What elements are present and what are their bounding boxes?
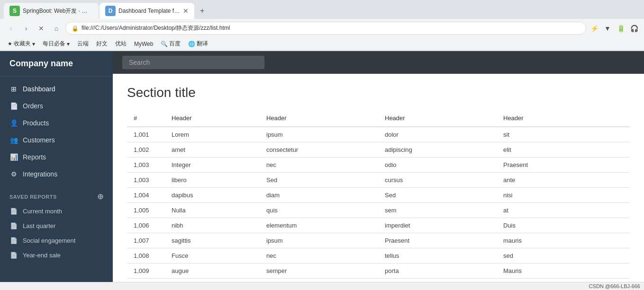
table-row: 1,002ametconsecteturadipiscingelit <box>127 142 630 158</box>
main-content: Section title # Header Header Header Hea… <box>113 74 644 282</box>
extension-icon-1[interactable]: ⚡ <box>589 23 599 34</box>
sidebar-item-products[interactable]: 👤 Products <box>0 114 113 132</box>
table-cell-col3: Sed <box>260 173 378 188</box>
bookmark-favorites[interactable]: ★ 收藏夹 ▾ <box>5 39 38 49</box>
tab-close-2[interactable]: ✕ <box>183 7 189 15</box>
saved-report-label-4: Year-end sale <box>23 252 61 259</box>
table-cell-col2: Fusce <box>165 248 260 264</box>
col-header-4: Header <box>378 110 497 127</box>
nav-reload-button[interactable]: ✕ <box>35 22 47 35</box>
table-cell-col2: Lorem <box>165 127 260 142</box>
orders-icon: 📄 <box>9 102 18 110</box>
bookmark-articles-label: 好文 <box>96 40 108 48</box>
table-row: 1,001Loremipsumdolorsit <box>127 127 630 142</box>
table-body: 1,001Loremipsumdolorsit1,002ametconsecte… <box>127 127 630 282</box>
bookmark-translate-icon: 🌐 <box>188 41 195 47</box>
sidebar-item-dashboard[interactable]: ⊞ Dashboard <box>0 80 113 97</box>
table-cell-col1: 1,007 <box>127 233 165 248</box>
table-cell-col2: nibh <box>165 218 260 233</box>
table-cell-col5: mauris <box>497 233 630 248</box>
search-input[interactable] <box>122 56 264 69</box>
nav-back-button[interactable]: ‹ <box>5 22 17 35</box>
saved-report-year-end-sale[interactable]: 📄 Year-end sale <box>0 248 113 263</box>
customers-icon: 👥 <box>9 136 18 144</box>
table-cell-col1: 1,006 <box>127 218 165 233</box>
nav-right-buttons: ⚡ ▼ 🔋 🎧 <box>589 23 639 34</box>
bookmark-articles[interactable]: 好文 <box>93 39 110 49</box>
bookmark-translate[interactable]: 🌐 翻译 <box>185 39 211 49</box>
bookmark-translate-label: 翻译 <box>197 40 208 48</box>
bookmark-baidu[interactable]: 🔍 百度 <box>158 39 183 49</box>
sidebar-item-customers[interactable]: 👥 Customers <box>0 132 113 149</box>
table-cell-col4: dolor <box>378 127 497 142</box>
table-cell-col4: Praesent <box>378 233 497 248</box>
statusbar: CSDN @666-LBJ-666 <box>0 282 644 290</box>
bookmark-sites[interactable]: 优站 <box>112 39 129 49</box>
bookmark-sites-label: 优站 <box>115 40 127 48</box>
table-cell-col4: imperdiet <box>378 218 497 233</box>
table-cell-col1: 1,010 <box>127 279 165 282</box>
table-cell-col5: sit <box>497 127 630 142</box>
table-cell-col4: cursus <box>378 173 497 188</box>
saved-reports-label: SAVED REPORTS <box>9 194 57 200</box>
browser-nav: ‹ › ✕ ⌂ 🔒 file:///C:/Users/Administrator… <box>0 19 644 37</box>
browser-tabs: S SpringBoot: Web开发 · 狂神... D Dashboard … <box>0 0 644 19</box>
table-cell-col5: Mauris <box>497 264 630 279</box>
reports-icon: 📊 <box>9 153 18 161</box>
table-cell-col1: 1,002 <box>127 142 165 158</box>
bookmark-baidu-label: 百度 <box>169 40 181 48</box>
sidebar-label-integrations: Integrations <box>23 170 57 178</box>
main-area: Section title # Header Header Header Hea… <box>113 51 644 282</box>
saved-report-current-month[interactable]: 📄 Current month <box>0 204 113 219</box>
nav-forward-button[interactable]: › <box>20 22 32 35</box>
report-doc-icon-4: 📄 <box>9 252 18 259</box>
table-cell-col4: sem <box>378 203 497 218</box>
sidebar-item-orders[interactable]: 📄 Orders <box>0 97 113 114</box>
bookmark-myweb-label: MyWeb <box>134 41 153 47</box>
sidebar-label-reports: Reports <box>23 153 46 161</box>
bookmark-daily[interactable]: 每日必备 ▾ <box>40 39 73 49</box>
headphone-icon[interactable]: 🎧 <box>629 23 639 34</box>
add-saved-report-button[interactable]: ⊕ <box>97 192 104 201</box>
table-cell-col5: nisi <box>497 188 630 203</box>
report-doc-icon-3: 📄 <box>9 237 18 244</box>
table-cell-col1: 1,005 <box>127 203 165 218</box>
table-cell-col4: porta <box>378 264 497 279</box>
saved-report-last-quarter[interactable]: 📄 Last quarter <box>0 219 113 233</box>
table-cell-col5: Duis <box>497 218 630 233</box>
sidebar-item-integrations[interactable]: ⚙ Integrations <box>0 166 113 183</box>
table-cell-col5: ante <box>497 173 630 188</box>
table-cell-col2: amet <box>165 142 260 158</box>
battery-icon: 🔋 <box>616 23 626 34</box>
sidebar-label-orders: Orders <box>23 102 43 110</box>
table-cell-col3: semper <box>260 264 378 279</box>
bookmark-myweb[interactable]: MyWeb <box>131 40 156 48</box>
nav-home-button[interactable]: ⌂ <box>50 22 63 35</box>
table-cell-col4: lacinia <box>378 279 497 282</box>
table-cell-col3: ipsum <box>260 127 378 142</box>
table-row: 1,008Fuscenectellussed <box>127 248 630 264</box>
address-bar[interactable]: 🔒 file:///C:/Users/Administrator/Desktop… <box>65 22 586 35</box>
tab-title-2: Dashboard Template for Boo... <box>118 8 180 14</box>
extension-icon-2[interactable]: ▼ <box>602 23 613 34</box>
browser-chrome: S SpringBoot: Web开发 · 狂神... D Dashboard … <box>0 0 644 51</box>
col-header-3: Header <box>260 110 378 127</box>
table-cell-col3: consectetur <box>260 142 378 158</box>
table-cell-col3: nec <box>260 248 378 264</box>
bookmark-label: 收藏夹 <box>14 40 31 48</box>
browser-tab-springboot[interactable]: S SpringBoot: Web开发 · 狂神... <box>4 3 99 19</box>
col-header-5: Header <box>497 110 630 127</box>
sidebar-label-customers: Customers <box>23 136 55 144</box>
bookmark-daily-label: 每日必备 <box>43 40 65 48</box>
table-cell-col2: libero <box>165 173 260 188</box>
table-cell-col3: Vestibulum <box>260 279 378 282</box>
table-cell-col1: 1,008 <box>127 248 165 264</box>
sidebar-label-dashboard: Dashboard <box>23 85 55 93</box>
sidebar-item-reports[interactable]: 📊 Reports <box>0 149 113 166</box>
saved-report-social-engagement[interactable]: 📄 Social engagement <box>0 233 113 248</box>
browser-tab-dashboard[interactable]: D Dashboard Template for Boo... ✕ <box>100 3 194 19</box>
bookmark-cloud[interactable]: 云端 <box>74 39 91 49</box>
new-tab-button[interactable]: + <box>195 4 209 18</box>
table-row: 1,006nibhelementumimperdietDuis <box>127 218 630 233</box>
table-row: 1,003IntegernecodioPraesent <box>127 158 630 173</box>
